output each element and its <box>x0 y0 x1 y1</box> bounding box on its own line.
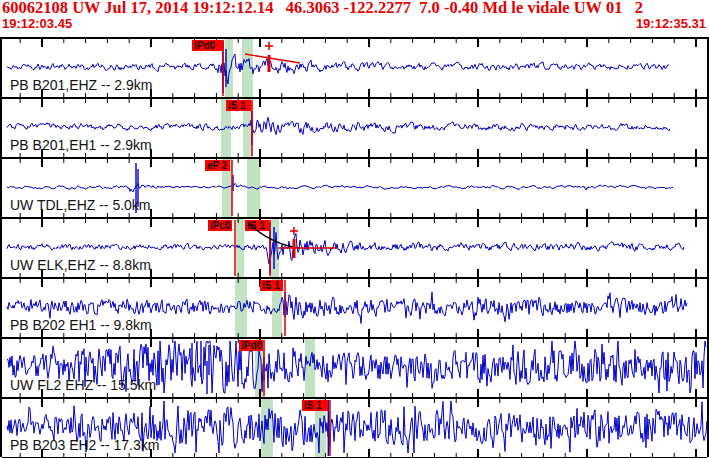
phase-pick-label[interactable]: iS 1 <box>228 100 246 111</box>
trace-canvas: iPd0PB B201,EHZ -- 2.9km <box>2 39 707 97</box>
event-header: 60062108 UW Jul 17, 2014 19:12:12.14 46.… <box>2 0 709 16</box>
seismic-picker-window: 60062108 UW Jul 17, 2014 19:12:12.14 46.… <box>0 0 709 458</box>
station-label: PB B201,EH1 -- 2.9km <box>10 137 152 153</box>
duration-marker-bar[interactable] <box>293 239 296 258</box>
trace-panel-4[interactable]: iPc0iS 1UW ELK,EHZ -- 8.8km <box>2 217 707 277</box>
station-label: UW FL2 EHZ -- 15.5km <box>10 377 156 393</box>
highlight-band <box>305 339 315 397</box>
window-end-time: 19:12:35.31 <box>636 16 706 31</box>
phase-pick-label[interactable]: iS 1 <box>304 400 322 411</box>
phase-pick-label[interactable]: iS 1 <box>262 280 280 291</box>
trace-panel-6[interactable]: iPd0UW FL2 EHZ -- 15.5km <box>2 337 707 397</box>
phase-pick-label[interactable]: iPc0 <box>210 220 231 231</box>
station-label: PB B201,EHZ -- 2.9km <box>10 77 152 93</box>
window-start-time: 19:12:03.45 <box>2 16 72 31</box>
trace-panels: iPd0PB B201,EHZ -- 2.9kmiS 1PB B201,EH1 … <box>0 37 709 457</box>
trace-canvas: iPd0UW FL2 EHZ -- 15.5km <box>2 339 707 397</box>
trace-panel-1[interactable]: iPd0PB B201,EHZ -- 2.9km <box>2 37 707 97</box>
waveform-trace <box>7 117 670 134</box>
station-label: PB B203 EH2 -- 17.3km <box>10 437 159 453</box>
trace-canvas: iS 1PB B202 EH1 -- 9.8km <box>2 279 707 337</box>
duration-marker-bar[interactable] <box>268 55 271 72</box>
trace-canvas: eP 2UW TDL,EHZ -- 5.0km <box>2 159 707 217</box>
trace-panel-5[interactable]: iS 1PB B202 EH1 -- 9.8km <box>2 277 707 337</box>
station-label: PB B202 EH1 -- 9.8km <box>10 317 152 333</box>
station-label: UW TDL,EHZ -- 5.0km <box>10 197 151 213</box>
coda-slope-line <box>245 54 300 63</box>
trace-panel-3[interactable]: eP 2UW TDL,EHZ -- 5.0km <box>2 157 707 217</box>
trace-canvas: iS 1PB B203 EH2 -- 17.3km <box>2 399 707 457</box>
trace-canvas: iS 1PB B201,EH1 -- 2.9km <box>2 99 707 157</box>
station-label: UW ELK,EHZ -- 8.8km <box>10 257 151 273</box>
trace-canvas: iPc0iS 1UW ELK,EHZ -- 8.8km <box>2 219 707 277</box>
trace-panel-2[interactable]: iS 1PB B201,EH1 -- 2.9km <box>2 97 707 157</box>
phase-pick-label[interactable]: iPd0 <box>241 340 263 351</box>
phase-pick-label[interactable]: iPd0 <box>194 40 216 51</box>
phase-pick-label[interactable]: eP 2 <box>207 160 228 171</box>
waveform-trace <box>7 183 673 192</box>
trace-panel-7[interactable]: iS 1PB B203 EH2 -- 17.3km <box>2 397 707 458</box>
